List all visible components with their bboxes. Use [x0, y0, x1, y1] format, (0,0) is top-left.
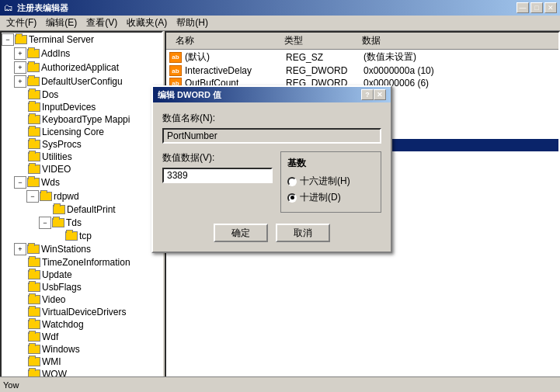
tree-item-label: AuthorizedApplicat	[41, 62, 119, 73]
tree-item[interactable]: TimeZoneInformation	[2, 256, 162, 269]
folder-icon	[27, 77, 40, 86]
expand-icon[interactable]: +	[14, 243, 26, 255]
tree-item[interactable]: Update	[2, 269, 162, 281]
expand-icon[interactable]: −	[39, 217, 51, 229]
folder-icon	[28, 270, 40, 279]
expand-icon[interactable]: +	[14, 61, 26, 74]
tree-item-label: DefaultUserConfigu	[41, 76, 123, 87]
folder-icon	[27, 245, 40, 254]
dialog-help-btn[interactable]: ?	[361, 89, 374, 100]
ok-button[interactable]: 确定	[214, 224, 268, 242]
folder-icon	[28, 283, 40, 292]
dialog-body: 数值名称(N): 数值数据(V): 基数 十六进制(H) 十进制(D) 确定	[153, 102, 391, 252]
tree-item[interactable]: Watchdog	[2, 318, 162, 331]
folder-icon	[52, 218, 64, 227]
col-type[interactable]: 类型	[278, 34, 356, 47]
tree-item[interactable]: Utilities	[2, 151, 162, 163]
folder-icon	[28, 152, 40, 161]
tree-item-label: AddIns	[41, 48, 70, 59]
col-data[interactable]: 数据	[356, 34, 555, 47]
folder-icon	[28, 345, 40, 354]
tree-item[interactable]: Wdf	[2, 331, 162, 343]
menu-bar: 文件(F) 编辑(E) 查看(V) 收藏夹(A) 帮助(H)	[0, 16, 560, 31]
folder-icon	[28, 295, 40, 304]
tree-item-label: SysProcs	[42, 139, 82, 150]
tree-item-label: Wdf	[42, 331, 58, 342]
tree-item-label: Tds	[66, 217, 82, 228]
name-input[interactable]	[162, 128, 381, 144]
folder-icon	[15, 35, 27, 44]
table-row[interactable]: abInteractiveDelayREG_DWORD0x0000000a (1…	[166, 64, 558, 77]
folder-icon	[65, 231, 78, 241]
col-name[interactable]: 名称	[169, 34, 278, 47]
tree-item[interactable]: +DefaultUserConfigu	[2, 75, 162, 88]
table-row[interactable]: ab(默认)REG_SZ(数值未设置)	[166, 50, 558, 64]
expand-icon[interactable]: −	[26, 190, 39, 203]
tree-item-label: Update	[42, 269, 72, 280]
row-data: (3389)	[363, 140, 555, 151]
folder-icon	[40, 192, 52, 201]
reg-icon: ab	[169, 52, 182, 63]
status-bar: Yow	[0, 376, 560, 392]
tree-item[interactable]: tcp	[2, 230, 162, 242]
data-input[interactable]	[162, 168, 273, 183]
maximize-button[interactable]: □	[530, 2, 543, 13]
tree-item[interactable]: Video	[2, 293, 162, 306]
base-title: 基数	[287, 157, 374, 170]
tree-item[interactable]: Dos	[2, 88, 162, 101]
tree-scroll[interactable]: −Terminal Server+AddIns+AuthorizedApplic…	[2, 33, 162, 378]
tree-item[interactable]: InputDevices	[2, 101, 162, 113]
tree-item[interactable]: SysProcs	[2, 138, 162, 151]
dec-radio[interactable]	[287, 193, 297, 203]
cancel-button[interactable]: 取消	[276, 224, 330, 242]
tree-item[interactable]: −Wds	[2, 175, 162, 189]
dialog-title-bar: 编辑 DWORD 值 ? ✕	[153, 87, 391, 102]
tree-item[interactable]: −Terminal Server	[2, 33, 162, 47]
menu-help[interactable]: 帮助(H)	[172, 15, 213, 31]
expand-icon[interactable]: +	[14, 47, 26, 60]
minimize-button[interactable]: —	[517, 2, 529, 13]
folder-icon	[53, 205, 65, 214]
tree-item[interactable]: +WinStations	[2, 242, 162, 256]
menu-file[interactable]: 文件(F)	[2, 15, 41, 31]
tree-item[interactable]: VIDEO	[2, 163, 162, 175]
close-button[interactable]: ✕	[544, 2, 557, 13]
expand-icon[interactable]: −	[2, 33, 14, 46]
folder-icon	[28, 90, 40, 99]
menu-edit[interactable]: 编辑(E)	[41, 15, 82, 31]
tree-item[interactable]: KeyboardType Mappi	[2, 113, 162, 126]
tree-item[interactable]: DefaultPrint	[2, 203, 162, 216]
tree-item[interactable]: Licensing Core	[2, 126, 162, 138]
row-data: (530)	[363, 102, 555, 113]
dialog-data-row: 数值数据(V): 基数 十六进制(H) 十进制(D)	[162, 151, 381, 213]
menu-favorites[interactable]: 收藏夹(A)	[122, 15, 172, 31]
tree-item[interactable]: −Tds	[2, 216, 162, 230]
row-name: InteractiveDelay	[185, 65, 286, 76]
dword-dialog: 编辑 DWORD 值 ? ✕ 数值名称(N): 数值数据(V): 基数 十六进制…	[151, 85, 392, 253]
tree-item[interactable]: −rdpwd	[2, 189, 162, 203]
tree-panel[interactable]: −Terminal Server+AddIns+AuthorizedApplic…	[0, 31, 163, 392]
tree-item-label: KeyboardType Mappi	[42, 114, 130, 125]
tree-item[interactable]: Windows	[2, 343, 162, 356]
expand-icon[interactable]: −	[14, 176, 26, 189]
dialog-title-text: 编辑 DWORD 值	[158, 89, 361, 101]
tree-item-label: Video	[42, 294, 65, 305]
dec-radio-row[interactable]: 十进制(D)	[287, 191, 374, 204]
tree-item[interactable]: VirtualDeviceDrivers	[2, 306, 162, 318]
tree-item[interactable]: +AuthorizedApplicat	[2, 61, 162, 75]
tree-item-label: WMI	[42, 356, 61, 367]
tree-item-label: WinStations	[41, 244, 91, 255]
tree-item[interactable]: +AddIns	[2, 47, 162, 61]
folder-icon	[28, 320, 40, 329]
menu-view[interactable]: 查看(V)	[82, 15, 122, 31]
hex-radio[interactable]	[287, 177, 297, 186]
expand-icon[interactable]: +	[14, 75, 26, 88]
row-name: (默认)	[185, 50, 286, 64]
tree-item[interactable]: UsbFlags	[2, 281, 162, 293]
tree-item-label: tcp	[79, 231, 92, 241]
tree-item[interactable]: WMI	[2, 356, 162, 368]
hex-radio-row[interactable]: 十六进制(H)	[287, 175, 374, 188]
tree-item-label: Dos	[42, 89, 58, 100]
dialog-close-btn[interactable]: ✕	[374, 89, 386, 100]
folder-icon	[28, 102, 40, 112]
